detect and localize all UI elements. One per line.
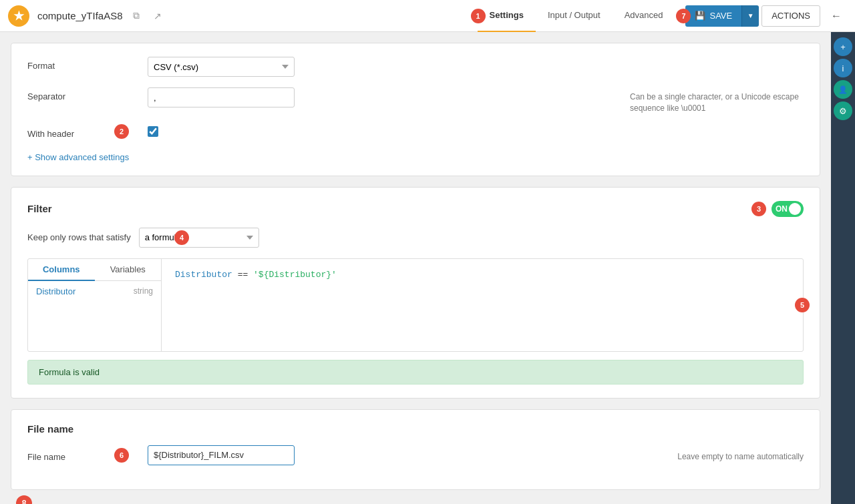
filter-body: Columns Variables Distributor string 5 D… — [27, 258, 804, 352]
badge-5: 5 — [795, 298, 810, 312]
tab-advanced[interactable]: Advanced — [613, 0, 675, 32]
with-header-label: With header — [27, 125, 148, 139]
share-icon[interactable]: ↗ — [150, 8, 166, 24]
topbar-action-buttons: 7 💾 SAVE ▼ ACTIONS — [685, 5, 820, 27]
filter-tabs: Columns Variables — [28, 259, 161, 281]
filter-formula-input[interactable] — [170, 288, 795, 341]
sidebar-plus-icon[interactable]: + — [834, 37, 852, 56]
filter-toggle-container: ON — [772, 201, 804, 217]
keep-formula-select[interactable]: a formula — [139, 228, 259, 248]
badge-3: 3 — [751, 202, 766, 216]
format-control: CSV (*.csv) — [148, 57, 804, 77]
filter-editor-container: 5 Distributor == '${Distributor}' — [162, 259, 803, 351]
actions-button[interactable]: ACTIONS — [761, 5, 820, 27]
filter-left-panel: Columns Variables Distributor string — [28, 259, 162, 351]
with-header-row: With header 2 — [27, 125, 804, 139]
separator-label: Separator — [27, 87, 148, 101]
filter-tab-variables[interactable]: Variables — [95, 259, 162, 280]
filter-toggle[interactable]: ON — [772, 201, 804, 217]
sidebar-user-icon[interactable]: 👤 — [834, 80, 852, 99]
filter-column-item[interactable]: Distributor string — [28, 281, 161, 302]
back-button[interactable]: ← — [826, 5, 847, 27]
badge-2: 2 — [114, 124, 129, 139]
show-advanced-link[interactable]: + Show advanced settings — [27, 152, 129, 162]
with-header-checkbox[interactable] — [148, 126, 158, 137]
filename-hint: Leave empty to name automatically — [677, 447, 804, 463]
filter-formula-display: Distributor == '${Distributor}' — [170, 264, 795, 285]
filename-title: File name — [27, 423, 804, 435]
filename-row: File name 6 Leave empty to name automati… — [27, 445, 804, 465]
page-title: compute_yTIfaAS8 — [37, 10, 123, 21]
sidebar-info-icon[interactable]: i — [834, 59, 852, 77]
separator-control — [148, 87, 622, 107]
with-header-control — [148, 126, 804, 137]
separator-hint: Can be a single character, or a Unicode … — [630, 87, 804, 114]
formula-valid-banner: Formula is valid — [27, 360, 804, 385]
filter-title: Filter — [27, 203, 772, 214]
filename-card: File name File name 6 Leave empty to nam… — [11, 409, 820, 490]
formula-operator: == — [232, 270, 253, 280]
nav-tabs: 1 Settings Input / Output Advanced — [478, 0, 675, 32]
badge-7: 7 — [676, 9, 691, 23]
badge-1: 1 — [471, 9, 486, 23]
formula-col-name: Distributor — [175, 270, 232, 280]
filename-input[interactable] — [148, 445, 295, 465]
filter-tab-columns[interactable]: Columns — [28, 259, 95, 281]
right-sidebar: + i 👤 ⚙ — [831, 32, 855, 504]
filter-col-type: string — [134, 286, 153, 296]
topbar: ★ compute_yTIfaAS8 ⧉ ↗ 1 Settings Input … — [0, 0, 855, 32]
keep-row: Keep only rows that satisfy 4 a formula — [27, 228, 804, 248]
separator-input[interactable] — [148, 87, 295, 107]
format-row: Format CSV (*.csv) — [27, 57, 804, 77]
badge-6: 6 — [114, 448, 129, 463]
format-label: Format — [27, 57, 148, 71]
badge-4: 4 — [174, 230, 189, 245]
format-select[interactable]: CSV (*.csv) — [148, 57, 295, 77]
save-dropdown-button[interactable]: ▼ — [741, 5, 759, 27]
save-button[interactable]: 💾 SAVE — [685, 5, 741, 27]
tab-input-output[interactable]: Input / Output — [536, 0, 613, 32]
keep-label: Keep only rows that satisfy — [27, 232, 131, 242]
filename-control — [148, 445, 669, 465]
separator-row: Separator Can be a single character, or … — [27, 87, 804, 114]
filter-body-wrapper: Columns Variables Distributor string 5 D… — [27, 258, 804, 352]
main-content: Format CSV (*.csv) Separator Can be a si… — [0, 32, 831, 504]
sidebar-gear-icon[interactable]: ⚙ — [834, 101, 852, 120]
filename-label: File name — [27, 448, 148, 462]
formula-value: '${Distributor}' — [253, 270, 337, 280]
toggle-slider — [772, 201, 804, 217]
filter-card: Filter 3 ON Keep only rows that satisfy … — [11, 187, 820, 399]
filter-col-name: Distributor — [36, 286, 75, 296]
tab-settings[interactable]: Settings — [478, 0, 536, 32]
format-card: Format CSV (*.csv) Separator Can be a si… — [11, 43, 820, 176]
app-logo: ★ — [8, 5, 29, 27]
filter-header: Filter 3 ON — [27, 201, 804, 217]
copy-icon[interactable]: ⧉ — [128, 8, 144, 24]
save-icon: 💾 — [695, 11, 705, 21]
topbar-icons: ⧉ ↗ — [128, 8, 166, 24]
